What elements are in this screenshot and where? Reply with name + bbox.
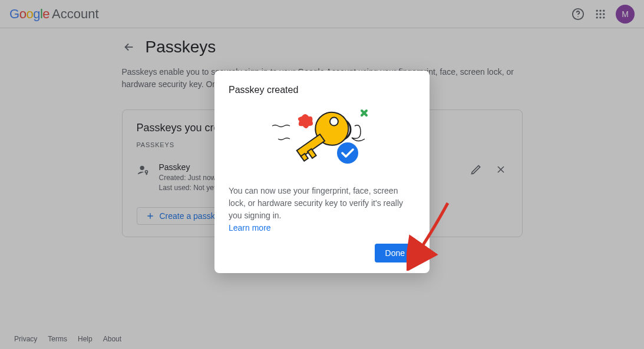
passkey-created-dialog: Passkey created: [214, 71, 430, 273]
dialog-learn-more-link[interactable]: Learn more: [229, 223, 271, 232]
done-button[interactable]: Done: [375, 244, 415, 262]
key-check-illustration-icon: [260, 102, 384, 173]
dialog-title: Passkey created: [229, 85, 415, 95]
svg-rect-18: [308, 149, 316, 158]
dialog-body: You can now use your fingerprint, face, …: [229, 185, 415, 234]
dialog-illustration: [229, 102, 415, 173]
svg-point-19: [337, 142, 358, 164]
